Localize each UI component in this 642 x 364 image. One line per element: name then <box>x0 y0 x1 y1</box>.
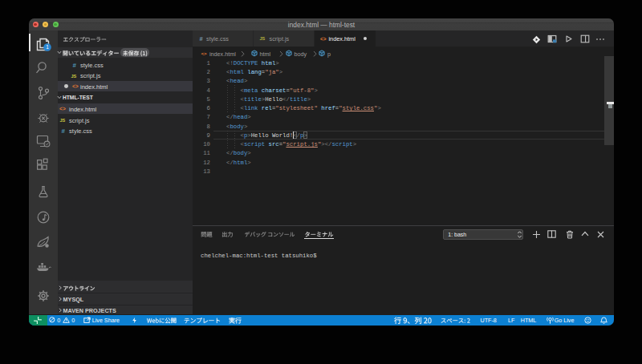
svg-text:1: 1 <box>46 44 49 50</box>
